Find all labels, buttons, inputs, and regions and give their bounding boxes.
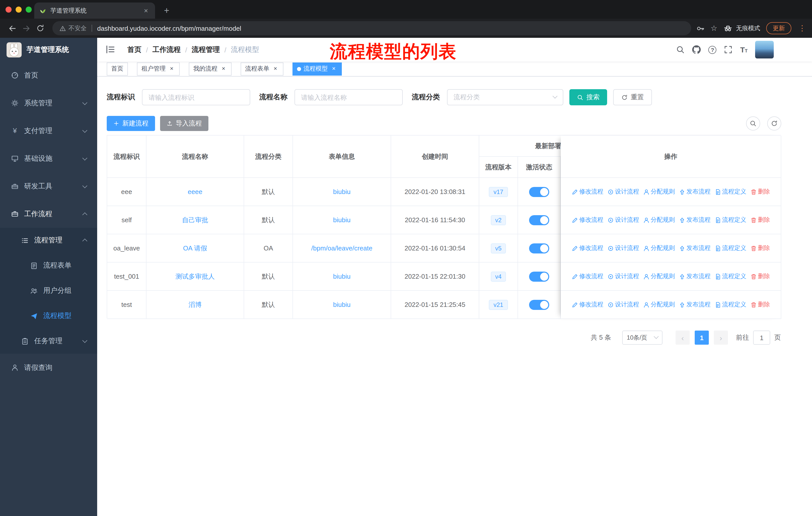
active-toggle[interactable]	[529, 300, 549, 310]
delete-action-link[interactable]: 删除	[750, 300, 770, 309]
fullscreen-icon[interactable]	[724, 45, 733, 54]
sidebar-item-user-group[interactable]: 用户分组	[0, 278, 97, 303]
delete-action-link[interactable]: 删除	[750, 187, 770, 196]
process-name-link[interactable]: 滔博	[188, 300, 202, 309]
import-process-button[interactable]: 导入流程	[160, 116, 208, 131]
breadcrumb-process-management[interactable]: 流程管理	[192, 45, 220, 54]
tag-process-form[interactable]: 流程表单 ×	[241, 62, 283, 75]
design-action-link[interactable]: 设计流程	[607, 244, 639, 252]
close-window-button[interactable]	[5, 6, 11, 12]
assign-action-link[interactable]: 分配规则	[643, 216, 675, 224]
form-info-link[interactable]: biubiu	[333, 188, 350, 195]
address-bar[interactable]: 不安全 dashboard.yudao.iocoder.cn/bpm/manag…	[52, 21, 691, 35]
back-button[interactable]	[5, 21, 19, 35]
process-name-link[interactable]: eeee	[188, 188, 202, 195]
maximize-window-button[interactable]	[26, 6, 32, 12]
edit-action-link[interactable]: 修改流程	[572, 300, 603, 309]
publish-action-link[interactable]: 发布流程	[679, 272, 710, 281]
reset-button[interactable]: 重置	[613, 89, 652, 105]
form-info-link[interactable]: biubiu	[333, 216, 350, 224]
sidebar-item-workflow[interactable]: 工作流程	[0, 200, 97, 228]
sidebar-item-payment[interactable]: ¥ 支付管理	[0, 117, 97, 145]
sidebar-item-process-form[interactable]: 流程表单	[0, 253, 97, 278]
prev-page-button[interactable]: ‹	[675, 331, 690, 345]
assign-action-link[interactable]: 分配规则	[643, 187, 675, 196]
chrome-update-button[interactable]: 更新	[766, 22, 791, 34]
delete-action-link[interactable]: 删除	[750, 272, 770, 281]
breadcrumb-home[interactable]: 首页	[127, 45, 141, 54]
design-action-link[interactable]: 设计流程	[607, 272, 639, 281]
close-icon[interactable]: ×	[168, 65, 175, 72]
close-icon[interactable]: ×	[220, 65, 227, 72]
definition-action-link[interactable]: 流程定义	[715, 216, 746, 224]
font-size-icon[interactable]: TT	[740, 45, 748, 54]
tag-home[interactable]: 首页	[107, 62, 128, 75]
refresh-button[interactable]	[767, 116, 781, 131]
browser-tab[interactable]: 芋道管理系统 ×	[34, 2, 155, 19]
active-toggle[interactable]	[529, 271, 549, 281]
publish-action-link[interactable]: 发布流程	[679, 187, 710, 196]
sidebar-item-infrastructure[interactable]: 基础设施	[0, 145, 97, 172]
password-key-icon[interactable]	[696, 24, 704, 32]
tag-my-process[interactable]: 我的流程 ×	[189, 62, 232, 75]
active-toggle[interactable]	[529, 215, 549, 225]
tag-process-model[interactable]: 流程模型 ×	[292, 62, 342, 75]
assign-action-link[interactable]: 分配规则	[643, 300, 675, 309]
edit-action-link[interactable]: 修改流程	[572, 244, 603, 252]
sidebar-item-leave-query[interactable]: 请假查询	[0, 354, 97, 381]
definition-action-link[interactable]: 流程定义	[715, 272, 746, 281]
app-logo[interactable]: 芋道管理系统	[0, 38, 97, 61]
forward-button[interactable]	[19, 21, 33, 35]
goto-page-input[interactable]	[753, 331, 770, 345]
tag-tenant-management[interactable]: 租户管理 ×	[137, 62, 180, 75]
close-tab-icon[interactable]: ×	[142, 6, 150, 15]
category-select[interactable]: 流程分类	[447, 89, 563, 105]
sidebar-item-task-management[interactable]: 任务管理	[0, 329, 97, 354]
search-button[interactable]: 搜索	[569, 89, 607, 105]
delete-action-link[interactable]: 删除	[750, 244, 770, 252]
user-avatar[interactable]	[755, 41, 774, 58]
browser-menu-icon[interactable]: ⋮	[798, 24, 807, 33]
form-info-link[interactable]: biubiu	[333, 273, 350, 280]
create-process-button[interactable]: 新建流程	[107, 116, 155, 131]
reload-button[interactable]	[33, 21, 47, 35]
next-page-button[interactable]: ›	[714, 331, 728, 345]
publish-action-link[interactable]: 发布流程	[679, 300, 710, 309]
github-icon[interactable]	[692, 45, 701, 54]
form-info-link[interactable]: /bpm/oa/leave/create	[311, 244, 373, 252]
close-icon[interactable]: ×	[272, 65, 279, 72]
assign-action-link[interactable]: 分配规则	[643, 244, 675, 252]
search-icon[interactable]	[676, 45, 685, 54]
process-id-input[interactable]	[142, 89, 250, 105]
form-info-link[interactable]: biubiu	[333, 301, 350, 308]
edit-action-link[interactable]: 修改流程	[572, 216, 603, 224]
bookmark-star-icon[interactable]: ☆	[710, 24, 717, 33]
definition-action-link[interactable]: 流程定义	[715, 187, 746, 196]
sidebar-item-system[interactable]: 系统管理	[0, 89, 97, 117]
help-icon[interactable]: ?	[708, 46, 717, 54]
page-size-select[interactable]: 10条/页	[622, 331, 663, 345]
design-action-link[interactable]: 设计流程	[607, 216, 639, 224]
sidebar-item-home[interactable]: 首页	[0, 61, 97, 89]
active-toggle[interactable]	[529, 187, 549, 197]
assign-action-link[interactable]: 分配规则	[643, 272, 675, 281]
security-warning[interactable]: 不安全	[59, 24, 87, 32]
edit-action-link[interactable]: 修改流程	[572, 272, 603, 281]
process-name-link[interactable]: OA 请假	[183, 244, 207, 253]
process-name-link[interactable]: 自己审批	[182, 215, 208, 224]
sidebar-item-devtools[interactable]: 研发工具	[0, 172, 97, 200]
publish-action-link[interactable]: 发布流程	[679, 216, 710, 224]
edit-action-link[interactable]: 修改流程	[572, 187, 603, 196]
toggle-search-button[interactable]	[746, 116, 760, 131]
active-toggle[interactable]	[529, 243, 549, 253]
design-action-link[interactable]: 设计流程	[607, 300, 639, 309]
definition-action-link[interactable]: 流程定义	[715, 244, 746, 252]
definition-action-link[interactable]: 流程定义	[715, 300, 746, 309]
process-name-input[interactable]	[294, 89, 403, 105]
sidebar-collapse-icon[interactable]	[105, 44, 116, 55]
new-tab-button[interactable]: +	[160, 4, 173, 17]
minimize-window-button[interactable]	[16, 6, 22, 12]
close-icon[interactable]: ×	[330, 65, 337, 72]
process-name-link[interactable]: 测试多审批人	[175, 272, 215, 281]
sidebar-item-process-management[interactable]: 流程管理	[0, 228, 97, 253]
